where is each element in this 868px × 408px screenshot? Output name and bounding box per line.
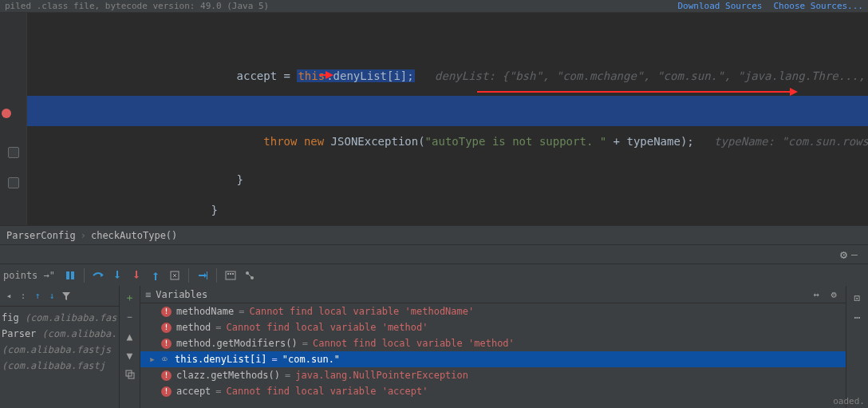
variable-row[interactable]: ! clazz.getMethods() = java.lang.NullPoi… <box>140 367 846 383</box>
choose-sources-link[interactable]: Choose Sources... <box>773 1 863 11</box>
variable-row[interactable]: ! method = Cannot find local variable 'm… <box>140 319 846 335</box>
right-edge-toolbar: ⊡ ⋯ <box>846 286 868 408</box>
add-watch-icon[interactable]: ＋ <box>121 289 139 307</box>
move-up-icon[interactable]: ▲ <box>121 327 139 345</box>
next-frame-icon[interactable]: : <box>16 287 30 305</box>
watch-icon: ᯣ <box>161 355 170 365</box>
gear-icon[interactable]: ⚙ <box>840 248 847 262</box>
restore-icon[interactable]: ⊡ <box>850 289 865 307</box>
points-label: points →" <box>3 270 55 281</box>
breakpoint-icon[interactable] <box>2 109 11 118</box>
variables-pane[interactable]: ≡ Variables ↔ ⚙ ! methodName = Cannot fi… <box>140 286 846 408</box>
variables-title: Variables <box>156 289 207 300</box>
svg-rect-7 <box>232 273 234 275</box>
show-execution-point-icon[interactable] <box>61 267 79 284</box>
drop-frame-icon[interactable] <box>166 267 183 284</box>
frame-item[interactable]: Parser <box>2 328 42 339</box>
watch-toolbar: ＋ － ▲ ▼ <box>120 286 140 408</box>
svg-rect-1 <box>71 271 74 279</box>
debug-panel-header: ⚙ — <box>0 244 868 263</box>
expand-triangle-icon[interactable]: ▶ <box>148 355 156 363</box>
editor-notice-bar: piled .class file, bytecode version: 49.… <box>0 0 868 13</box>
frames-pane[interactable]: ◂ : ↑ ↓ fig (com.alibaba.fas Parser (com… <box>0 286 120 408</box>
variable-row[interactable]: ! methodName = Cannot find local variabl… <box>140 303 846 319</box>
error-icon: ! <box>161 386 172 397</box>
chevron-right-icon: › <box>81 230 86 241</box>
step-into-icon[interactable] <box>108 267 126 284</box>
svg-rect-6 <box>230 273 231 275</box>
more-icon[interactable]: ⋯ <box>850 308 865 326</box>
trace-icon[interactable] <box>241 267 258 284</box>
debug-lower-panes: ◂ : ↑ ↓ fig (com.alibaba.fas Parser (com… <box>0 286 868 408</box>
annotation-arrow-icon <box>477 91 796 93</box>
status-text: oaded. <box>833 394 865 408</box>
code-line[interactable]: } <box>27 134 868 164</box>
fold-handle-icon[interactable] <box>8 147 19 158</box>
fold-handle-icon[interactable] <box>8 177 19 188</box>
breadcrumb-method[interactable]: checkAutoType() <box>91 230 177 241</box>
error-icon: ! <box>161 339 172 349</box>
code-line[interactable]: accept = this.denyList[i]; denyList: {"b… <box>27 30 868 61</box>
editor-gutter[interactable] <box>0 13 27 225</box>
separator <box>84 268 85 283</box>
debug-toolbar: points →" <box>0 263 868 286</box>
svg-rect-5 <box>227 273 229 275</box>
svg-rect-0 <box>66 271 69 279</box>
download-sources-link[interactable]: Download Sources <box>677 1 762 11</box>
code-line-current[interactable]: throw new JSONException("autoType is not… <box>27 96 868 126</box>
restore-layout-icon[interactable]: ↔ <box>809 286 823 303</box>
gear-icon[interactable]: ⚙ <box>827 286 841 303</box>
evaluate-expression-icon[interactable] <box>222 267 239 284</box>
error-icon: ! <box>161 370 172 381</box>
up-icon[interactable]: ↑ <box>30 287 45 305</box>
frame-item[interactable]: fig <box>2 312 25 323</box>
separator <box>188 268 189 283</box>
svg-rect-3 <box>207 271 207 279</box>
bytecode-info: piled .class file, bytecode version: 49.… <box>5 1 677 11</box>
code-line[interactable]: } <box>27 164 868 195</box>
duplicate-icon[interactable] <box>121 366 139 383</box>
breadcrumb-class[interactable]: ParserConfig <box>6 230 76 241</box>
step-out-icon[interactable] <box>147 267 164 284</box>
remove-watch-icon[interactable]: － <box>121 308 139 326</box>
error-icon: ! <box>161 323 172 333</box>
separator <box>216 268 217 283</box>
variable-row-selected[interactable]: ▶ ᯣ this.denyList[i] = "com.sun." <box>140 351 846 367</box>
force-step-into-icon[interactable] <box>128 267 145 284</box>
code-line[interactable]: if (className.startsWith(accept)) { clas… <box>27 64 868 94</box>
error-icon: ! <box>161 307 172 317</box>
variable-row[interactable]: ! accept = Cannot find local variable 'a… <box>140 383 846 399</box>
svg-rect-4 <box>226 271 235 279</box>
variable-row[interactable]: ! method.getModifiers() = Cannot find lo… <box>140 335 846 351</box>
step-over-icon[interactable] <box>89 267 107 284</box>
down-icon[interactable]: ↓ <box>45 287 59 305</box>
hamburger-icon[interactable]: ≡ <box>145 289 151 300</box>
move-down-icon[interactable]: ▼ <box>121 347 139 364</box>
code-editor[interactable]: accept = this.denyList[i]; denyList: {"b… <box>0 13 868 225</box>
breadcrumb[interactable]: ParserConfig › checkAutoType() <box>0 225 868 244</box>
hide-icon[interactable]: — <box>847 246 862 263</box>
prev-frame-icon[interactable]: ◂ <box>2 287 16 305</box>
filter-icon[interactable] <box>59 287 73 305</box>
run-to-cursor-icon[interactable] <box>194 267 211 284</box>
